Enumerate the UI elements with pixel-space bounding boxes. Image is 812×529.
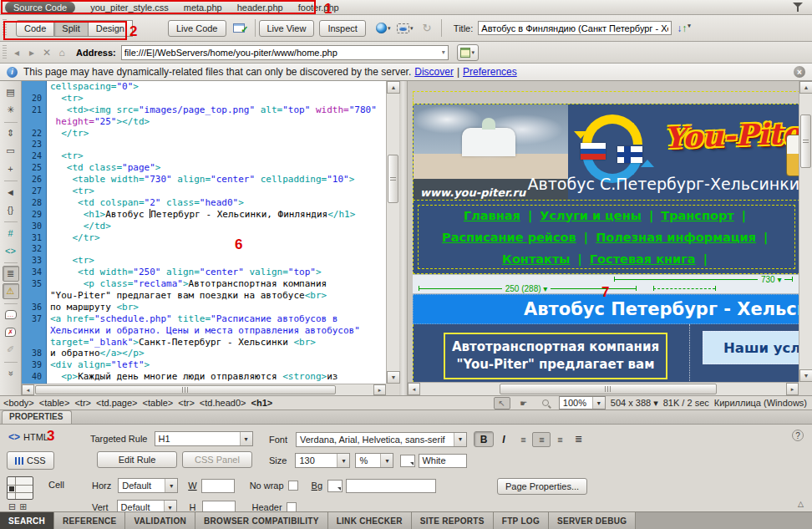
nav-link[interactable]: Расписание рейсов xyxy=(442,231,576,244)
scroll-right-icon[interactable]: ▸ xyxy=(373,384,386,395)
design-horizontal-scrollbar[interactable]: ◂ ▸ xyxy=(408,382,799,395)
code-line[interactable]: 25 <td class="page"> xyxy=(22,162,386,174)
code-line[interactable]: 20 <tr> xyxy=(22,93,386,104)
code-line[interactable]: Хельсинки и обратно. Цены и места отправ… xyxy=(22,325,386,337)
align-center-button[interactable]: ≡ xyxy=(532,432,551,447)
preferences-link[interactable]: Preferences xyxy=(463,66,517,78)
tag-selector-item[interactable]: <table> xyxy=(143,398,174,408)
results-tab-site-reports[interactable]: SITE REPORTS xyxy=(412,512,494,529)
select-tool[interactable]: ↖ xyxy=(494,397,510,409)
related-file-tab[interactable]: header.php xyxy=(237,3,283,13)
edit-rule-button[interactable]: Edit Rule xyxy=(97,451,177,468)
visual-aids-button[interactable]: ▾ xyxy=(394,20,416,37)
scroll-up-icon[interactable]: ▲ xyxy=(799,81,812,94)
inspect-button[interactable]: Inspect xyxy=(319,20,365,37)
tag-selector-item[interactable]: <tr> xyxy=(74,398,91,408)
targeted-rule-combo[interactable]: H1▾ xyxy=(155,431,253,446)
css-panel-button[interactable]: CSS Panel xyxy=(182,451,252,468)
apply-comment-button[interactable]: … xyxy=(3,307,19,323)
align-right-button[interactable]: ≡ xyxy=(551,432,569,447)
bg-value-input[interactable] xyxy=(346,479,436,493)
line-numbers-button[interactable]: # xyxy=(3,225,19,241)
recent-snippets-button[interactable]: ✐ xyxy=(3,342,19,358)
no-wrap-checkbox[interactable] xyxy=(288,481,298,491)
discover-link[interactable]: Discover xyxy=(414,66,454,78)
help-icon[interactable]: ? xyxy=(792,430,804,441)
code-editor[interactable]: cellspacing="0">20 <tr>21 <td><img src="… xyxy=(22,81,386,384)
code-line[interactable]: "You-Piter" предлагает вам поездки на ав… xyxy=(22,290,386,302)
toolbar-grip[interactable] xyxy=(3,19,7,38)
code-line[interactable]: 35 <p class="reclama">Автотранспортная к… xyxy=(22,278,386,290)
check-page-button[interactable]: ✓ xyxy=(226,20,251,37)
live-view-button[interactable]: Live View xyxy=(259,20,315,37)
nav-link[interactable]: Полезная информация xyxy=(596,231,756,244)
code-navigator-button[interactable]: ✳ xyxy=(3,102,19,118)
code-line[interactable]: 26 <table width="730" align="center" cel… xyxy=(22,174,386,186)
code-line[interactable]: 29 <h1>Автобус Петербург - Хельсинки, Фи… xyxy=(22,209,386,221)
code-line[interactable]: 24 <tr> xyxy=(22,150,386,162)
results-tab-ftp-log[interactable]: FTP LOG xyxy=(494,512,549,529)
code-line[interactable]: 27 <tr> xyxy=(22,186,386,197)
hand-tool[interactable]: ☛ xyxy=(515,397,532,409)
word-wrap-button[interactable]: ≣ xyxy=(3,266,19,282)
color-value-input[interactable]: White xyxy=(419,454,467,468)
close-info-icon[interactable]: × xyxy=(794,66,805,78)
title-input[interactable]: Автобус в Финляндию (Санкт Петербург - Х… xyxy=(478,21,672,35)
code-line[interactable]: 22 </tr> xyxy=(22,128,386,140)
code-line[interactable]: 33 <tr> xyxy=(22,255,386,267)
size-combo[interactable]: 130▾ xyxy=(295,453,350,468)
related-file-tab[interactable]: footer.php xyxy=(298,3,339,13)
code-line[interactable]: 30 </td> xyxy=(22,221,386,232)
address-dropdown-icon[interactable]: ▾ xyxy=(442,48,445,56)
code-line[interactable]: 40 <p>Каждый день многие люди отправляют… xyxy=(22,371,386,383)
syntax-error-alerts-button[interactable]: ⚠ xyxy=(3,283,19,299)
home-icon[interactable]: ⌂ xyxy=(54,46,69,59)
preview-in-browser-button[interactable]: ▾ xyxy=(373,20,394,37)
file-transfer-buttons[interactable]: ↓ ↑ ▾ xyxy=(677,23,691,34)
code-vertical-scrollbar[interactable]: ▲ ▼ xyxy=(386,81,399,384)
nav-link[interactable]: Главная xyxy=(464,209,520,222)
addressbar-grip[interactable] xyxy=(3,45,7,60)
code-line[interactable]: 28 <td colspan="2" class="head0"> xyxy=(22,197,386,209)
code-line[interactable]: 37<a href="schedule.php" title="Расписан… xyxy=(22,313,386,325)
window-size-value[interactable]: 504 x 388 ▾ xyxy=(611,398,658,409)
related-file-tab[interactable]: you_piter_style.css xyxy=(90,3,169,13)
design-vertical-scrollbar[interactable]: ▲ ▼ xyxy=(799,81,812,382)
tag-selector-item[interactable]: <td.page> xyxy=(96,398,138,408)
filter-funnel-icon[interactable] xyxy=(792,3,804,13)
results-tab-reference[interactable]: REFERENCE xyxy=(54,512,125,529)
zoom-level-combo[interactable]: 100%▾ xyxy=(559,396,606,409)
collapse-full-tag-button[interactable]: ⇕ xyxy=(3,125,19,141)
balance-braces-button[interactable]: {} xyxy=(3,201,19,217)
highlight-invalid-code-button[interactable]: <> xyxy=(3,242,19,258)
code-view[interactable]: cellspacing="0">20 <tr>21 <td><img src="… xyxy=(22,81,399,395)
horz-combo[interactable]: Default▾ xyxy=(118,478,178,493)
results-tab-link-checker[interactable]: LINK CHECKER xyxy=(328,512,412,529)
nav-link[interactable]: Услуги и цены xyxy=(540,209,642,222)
services-heading-box[interactable]: Наши услуги xyxy=(703,331,799,364)
html-mode-button[interactable]: HTML xyxy=(23,432,48,442)
live-code-button[interactable]: Live Code xyxy=(168,20,226,37)
properties-tab[interactable]: PROPERTIES xyxy=(2,410,72,424)
design-scroll-thumb[interactable] xyxy=(800,114,811,168)
select-parent-tag-button[interactable]: ◄ xyxy=(3,184,19,200)
tag-selector-item[interactable]: <body> xyxy=(3,398,34,408)
more-button[interactable]: « xyxy=(3,365,19,381)
results-tab-validation[interactable]: VALIDATION xyxy=(125,512,195,529)
nav-link[interactable]: Контакты xyxy=(502,252,570,266)
css-mode-button[interactable]: CSS xyxy=(7,451,54,470)
code-line[interactable]: cellspacing="0"> xyxy=(22,81,386,93)
source-code-tab[interactable]: Source Code xyxy=(5,2,75,13)
code-line[interactable]: 34 <td width="250" align="center" valign… xyxy=(22,267,386,278)
code-line[interactable]: 36по маршруту <br> xyxy=(22,302,386,313)
design-banner[interactable]: You-Piter Автобус С.Петербург-Хельсинки … xyxy=(413,104,799,201)
scroll-up-icon[interactable]: ▲ xyxy=(387,81,400,94)
code-line[interactable]: height="25"></td> xyxy=(22,116,386,128)
collapse-panel-icon[interactable]: △ xyxy=(798,500,804,508)
design-top-image-row[interactable] xyxy=(413,91,799,104)
code-line[interactable]: 21 <td><img src="images/page_top.png" al… xyxy=(22,104,386,116)
unit-combo[interactable]: %▾ xyxy=(355,453,393,468)
bg-color-swatch[interactable] xyxy=(327,480,343,492)
refresh-button[interactable]: ↻ xyxy=(416,20,438,37)
results-tab-search[interactable]: SEARCH xyxy=(0,512,54,529)
